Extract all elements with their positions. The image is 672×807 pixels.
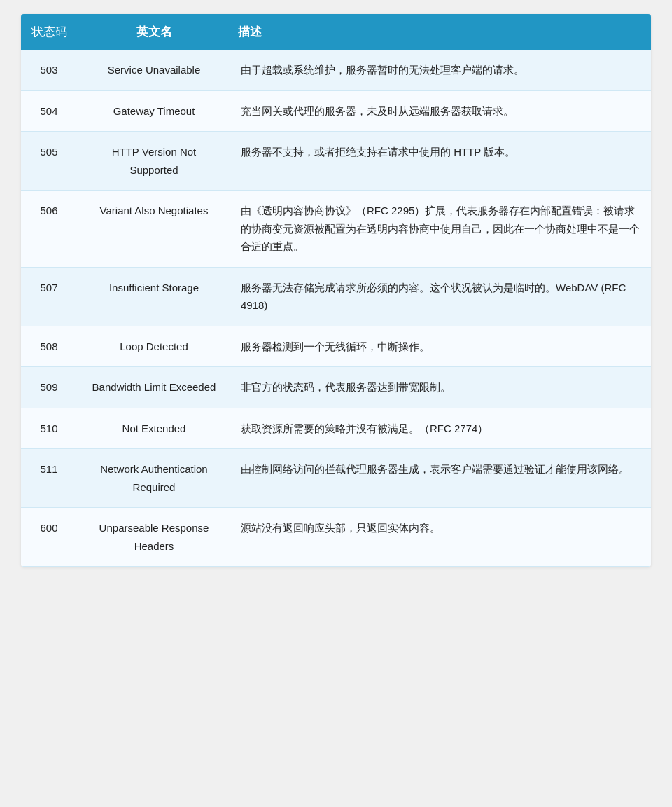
cell-desc: 服务器不支持，或者拒绝支持在请求中使用的 HTTP 版本。	[231, 132, 651, 191]
cell-code: 508	[21, 326, 77, 367]
cell-desc: 非官方的状态码，代表服务器达到带宽限制。	[231, 367, 651, 408]
table-row: 506Variant Also Negotiates由《透明内容协商协议》（RF…	[21, 191, 651, 268]
cell-desc: 由《透明内容协商协议》（RFC 2295）扩展，代表服务器存在内部配置错误：被请…	[231, 191, 651, 268]
cell-name: HTTP Version Not Supported	[77, 132, 231, 191]
cell-name: Variant Also Negotiates	[77, 191, 231, 268]
cell-name: Not Extended	[77, 408, 231, 449]
cell-desc: 获取资源所需要的策略并没有被满足。（RFC 2774）	[231, 408, 651, 449]
cell-code: 511	[21, 449, 77, 508]
table-row: 503Service Unavailable由于超载或系统维护，服务器暂时的无法…	[21, 50, 651, 90]
table-row: 511Network Authentication Required由控制网络访…	[21, 449, 651, 508]
table-row: 510Not Extended获取资源所需要的策略并没有被满足。（RFC 277…	[21, 408, 651, 449]
cell-desc: 源站没有返回响应头部，只返回实体内容。	[231, 508, 651, 567]
cell-code: 600	[21, 508, 77, 567]
cell-code: 503	[21, 50, 77, 90]
cell-name: Bandwidth Limit Exceeded	[77, 367, 231, 408]
table-row: 505HTTP Version Not Supported服务器不支持，或者拒绝…	[21, 132, 651, 191]
cell-desc: 由于超载或系统维护，服务器暂时的无法处理客户端的请求。	[231, 50, 651, 90]
cell-name: Unparseable Response Headers	[77, 508, 231, 567]
table-row: 508Loop Detected服务器检测到一个无线循环，中断操作。	[21, 326, 651, 367]
table-row: 504Gateway Timeout充当网关或代理的服务器，未及时从远端服务器获…	[21, 90, 651, 132]
table-row: 600Unparseable Response Headers源站没有返回响应头…	[21, 508, 651, 567]
cell-name: Insufficient Storage	[77, 267, 231, 326]
cell-code: 504	[21, 90, 77, 132]
cell-desc: 服务器无法存储完成请求所必须的内容。这个状况被认为是临时的。WebDAV (RF…	[231, 267, 651, 326]
table-header-row: 状态码 英文名 描述	[21, 14, 651, 50]
cell-name: Loop Detected	[77, 326, 231, 367]
cell-desc: 服务器检测到一个无线循环，中断操作。	[231, 326, 651, 367]
cell-name: Service Unavailable	[77, 50, 231, 90]
header-code: 状态码	[21, 14, 77, 50]
cell-desc: 由控制网络访问的拦截代理服务器生成，表示客户端需要通过验证才能使用该网络。	[231, 449, 651, 508]
cell-code: 506	[21, 191, 77, 268]
cell-desc: 充当网关或代理的服务器，未及时从远端服务器获取请求。	[231, 90, 651, 132]
cell-code: 507	[21, 267, 77, 326]
cell-code: 505	[21, 132, 77, 191]
cell-code: 509	[21, 367, 77, 408]
table-row: 507Insufficient Storage服务器无法存储完成请求所必须的内容…	[21, 267, 651, 326]
cell-name: Network Authentication Required	[77, 449, 231, 508]
http-status-table: 状态码 英文名 描述 503Service Unavailable由于超载或系统…	[21, 14, 651, 567]
header-desc: 描述	[231, 14, 651, 50]
header-name: 英文名	[77, 14, 231, 50]
table-row: 509Bandwidth Limit Exceeded非官方的状态码，代表服务器…	[21, 367, 651, 408]
cell-code: 510	[21, 408, 77, 449]
cell-name: Gateway Timeout	[77, 90, 231, 132]
